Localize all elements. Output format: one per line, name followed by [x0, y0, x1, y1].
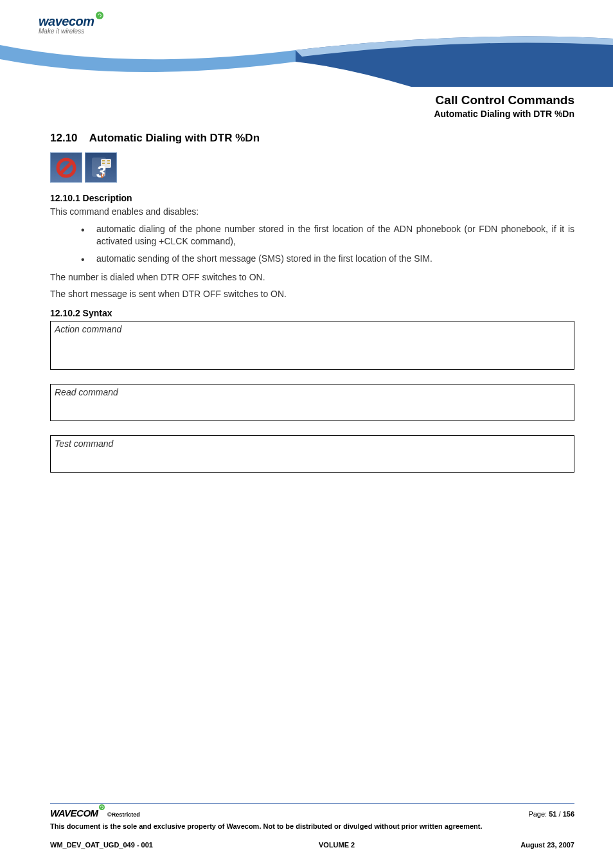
svg-rect-7 [107, 163, 110, 164]
subsection-1-number: 12.10.1 [50, 193, 80, 203]
subsection-2-number: 12.10.2 [50, 308, 80, 318]
svg-line-1 [60, 162, 72, 174]
section-title: Automatic Dialing with DTR %Dn [89, 132, 260, 144]
header-banner: wavecom Make it wireless [0, 0, 613, 87]
logo-orb-icon [96, 12, 103, 19]
action-command-label: Action command [55, 324, 570, 334]
breadcrumb: Call Control Commands Automatic Dialing … [50, 93, 574, 119]
sim-3-icon: 3 v [87, 154, 115, 182]
paragraph-1: The number is dialed when DTR OFF switch… [50, 271, 574, 284]
svg-rect-4 [102, 160, 105, 161]
icon-row: 3 v [50, 152, 574, 183]
test-command-box: Test command [50, 435, 574, 473]
bullet-item: automatic sending of the short message (… [81, 253, 574, 265]
sim-3-tile: 3 v [85, 152, 117, 183]
subsection-heading-2: 12.10.2 Syntax [50, 308, 574, 318]
header-logo: wavecom Make it wireless [39, 14, 94, 35]
no-symbol-tile [50, 152, 82, 183]
section-number: 12.10 [50, 132, 78, 144]
section-heading: 12.10 Automatic Dialing with DTR %Dn [50, 132, 574, 145]
breadcrumb-main: Call Control Commands [50, 93, 574, 107]
footer-logo-block: WAVECOM ©Restricted [50, 808, 140, 819]
footer-rule [50, 803, 574, 804]
bullet-item: automatic dialing of the phone number st… [81, 223, 574, 248]
footer-page: Page: 51 / 156 [528, 810, 574, 818]
svg-rect-6 [107, 160, 110, 161]
logo-wordmark: wavecom [39, 14, 94, 28]
paragraph-2: The short message is sent when DTR OFF s… [50, 288, 574, 300]
subsection-2-title: Syntax [83, 308, 112, 318]
footer-disclaimer: This document is the sole and exclusive … [50, 822, 574, 831]
no-symbol-icon [55, 156, 78, 179]
footer-date: August 23, 2007 [520, 841, 574, 849]
footer-logo: WAVECOM [50, 808, 105, 818]
footer-volume: VOLUME 2 [319, 841, 355, 849]
action-command-box: Action command [50, 321, 574, 370]
footer-doc-id: WM_DEV_OAT_UGD_049 - 001 [50, 841, 153, 849]
intro-text: This command enables and disables: [50, 206, 574, 218]
subsection-1-title: Description [83, 193, 132, 203]
footer-restricted: ©Restricted [107, 811, 140, 818]
subsection-heading-1: 12.10.1 Description [50, 193, 574, 203]
footer-logo-orb-icon [99, 804, 105, 810]
read-command-box: Read command [50, 384, 574, 421]
breadcrumb-sub: Automatic Dialing with DTR %Dn [50, 109, 574, 119]
page-footer: WAVECOM ©Restricted Page: 51 / 156 This … [50, 803, 574, 849]
test-command-label: Test command [55, 439, 570, 449]
footer-meta: WM_DEV_OAT_UGD_049 - 001 VOLUME 2 August… [50, 841, 574, 849]
bullet-list: automatic dialing of the phone number st… [50, 223, 574, 265]
read-command-label: Read command [55, 387, 570, 397]
banner-swoosh [0, 0, 613, 87]
